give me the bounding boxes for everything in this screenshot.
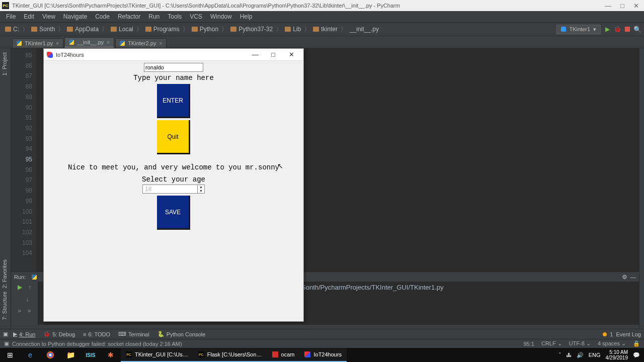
menu-navigate[interactable]: Navigate <box>59 12 91 21</box>
folder-icon <box>31 27 37 32</box>
volume-icon[interactable]: 🔊 <box>577 352 584 358</box>
windows-taskbar: ⊞ e 📁 ISIS ✱ PCTKinter_GUI [C:\Us… PCFla… <box>0 348 644 362</box>
left-toolstrip: 1: Project 7: Structure 2: Favorites <box>0 48 11 339</box>
folder-icon <box>111 27 117 32</box>
breadcrumb[interactable]: __init__.py <box>348 26 381 33</box>
tkinter-titlebar[interactable]: IoT24hours — □ ✕ <box>44 49 303 61</box>
breadcrumb[interactable]: Lib <box>283 26 303 33</box>
language-indicator[interactable]: ENG <box>589 352 601 358</box>
breadcrumb[interactable]: AppData <box>65 26 101 33</box>
tkinter-title: IoT24hours <box>56 52 84 58</box>
pycharm-icon: PC <box>2 2 9 9</box>
start-button[interactable]: ⊞ <box>0 348 20 362</box>
explorer-icon[interactable]: 📁 <box>60 348 80 362</box>
app-icon[interactable]: ISIS <box>80 348 101 362</box>
close-icon[interactable]: × <box>56 41 59 46</box>
menu-file[interactable]: File <box>2 12 20 21</box>
editor-tabs: TKinter1.py× __init__.py× TKinter2.py× <box>0 36 644 48</box>
notifications-icon[interactable]: 💬 <box>633 352 640 358</box>
structure-toolwindow-tab[interactable]: 7: Structure 2: Favorites <box>0 255 9 324</box>
breadcrumb[interactable]: Programs <box>143 26 182 33</box>
menu-run[interactable]: Run <box>144 12 164 21</box>
encoding[interactable]: UTF-8 <box>569 340 585 346</box>
event-log-button[interactable]: Event Log <box>616 331 641 337</box>
menu-help[interactable]: Help <box>236 12 257 21</box>
minimize-panel-icon[interactable]: — <box>630 274 636 280</box>
run-config-selector[interactable]: TKinter1 ▾ <box>556 25 601 34</box>
gutter: 8586878889909192939495969798991001011021… <box>11 48 36 272</box>
spin-up-icon[interactable]: ▲ <box>198 185 204 189</box>
breadcrumb[interactable]: C: <box>3 26 21 33</box>
window-maximize-icon[interactable]: □ <box>620 2 624 10</box>
more-icon[interactable]: » <box>18 307 21 314</box>
enter-button[interactable]: ENTER <box>157 84 190 118</box>
breadcrumb[interactable]: Local <box>109 26 135 33</box>
name-label: Type your name here <box>133 74 214 82</box>
menu-tools[interactable]: Tools <box>164 12 186 21</box>
search-icon[interactable]: 🔍 <box>634 26 641 33</box>
breadcrumb-toolbar: C:〉 Sonth〉 AppData〉 Local〉 Programs〉 Pyt… <box>0 22 644 36</box>
window-minimize-icon[interactable]: — <box>605 2 611 10</box>
age-spinbox[interactable]: 18 ▲▼ <box>142 185 205 194</box>
task-ocam[interactable]: ocam <box>267 348 300 362</box>
toolwin-debug[interactable]: 🐞 5: Debug <box>40 331 78 337</box>
menu-refactor[interactable]: Refactor <box>114 12 144 21</box>
network-icon[interactable]: 🖧 <box>566 352 572 358</box>
more2-icon[interactable]: » <box>28 307 31 314</box>
python-icon <box>561 27 566 32</box>
folder-icon <box>145 27 151 32</box>
indent[interactable]: 4 spaces <box>598 340 620 346</box>
close-icon[interactable]: × <box>107 40 110 45</box>
name-input[interactable] <box>144 63 203 72</box>
toolwin-run[interactable]: ▶ 4: Run <box>10 331 38 337</box>
task-pycharm[interactable]: PCTKinter_GUI [C:\Us… <box>121 348 193 362</box>
step-up-icon[interactable]: ↑ <box>28 284 32 291</box>
breadcrumb[interactable]: Python37-32 <box>228 26 275 33</box>
window-close-icon[interactable]: ✕ <box>633 2 639 10</box>
tray-chevron-icon[interactable]: ˆ <box>559 352 561 358</box>
toolwindows-toggle-icon[interactable]: ▣ <box>3 331 8 337</box>
app-icon[interactable]: ✱ <box>101 348 121 362</box>
menu-edit[interactable]: Edit <box>20 12 38 21</box>
tool-windows-bar: ▣ ▶ 4: Run 🐞 5: Debug ≡ 6: TODO ⌨ Termin… <box>0 329 644 339</box>
breadcrumb[interactable]: Python <box>190 26 220 33</box>
spin-down-icon[interactable]: ▼ <box>198 189 204 193</box>
breadcrumb[interactable]: tkinter <box>311 26 340 33</box>
tab-tkinter2[interactable]: TKinter2.py× <box>115 38 167 48</box>
rerun-icon[interactable]: ▶ <box>18 284 22 291</box>
tk-maximize-icon[interactable]: □ <box>264 51 282 58</box>
task-flask[interactable]: PCFlask [C:\Users\Son… <box>193 348 267 362</box>
menu-code[interactable]: Code <box>91 12 114 21</box>
quit-button[interactable]: Quit <box>157 120 190 154</box>
tkinter-feather-icon <box>47 52 53 58</box>
age-value: 18 <box>143 186 197 193</box>
lock-icon[interactable]: 🔒 <box>633 340 640 347</box>
tk-close-icon[interactable]: ✕ <box>282 51 300 58</box>
tk-minimize-icon[interactable]: — <box>246 51 264 58</box>
menu-view[interactable]: View <box>38 12 59 21</box>
python-file-icon <box>17 41 22 46</box>
tab-tkinter1[interactable]: TKinter1.py× <box>12 38 63 48</box>
stop-button-icon[interactable] <box>624 26 631 33</box>
chrome-icon[interactable] <box>40 348 60 362</box>
toolwin-todo[interactable]: ≡ 6: TODO <box>80 331 113 337</box>
toolwin-pyconsole[interactable]: 🐍 Python Console <box>154 331 209 337</box>
project-toolwindow-tab[interactable]: 1: Project <box>0 48 9 79</box>
close-icon[interactable]: × <box>159 41 162 46</box>
step-down-icon[interactable]: ↓ <box>26 295 29 303</box>
run-button-icon[interactable]: ▶ <box>604 26 611 33</box>
task-iot24hours[interactable]: IoT24hours <box>299 348 347 362</box>
tab-init[interactable]: __init__.py× <box>64 37 114 48</box>
toolwin-terminal[interactable]: ⌨ Terminal <box>115 331 152 337</box>
gear-icon[interactable]: ⚙ <box>622 274 627 281</box>
menu-window[interactable]: Window <box>206 12 236 21</box>
line-separator[interactable]: CRLF <box>541 340 556 346</box>
debug-button-icon[interactable]: 🐞 <box>614 26 621 33</box>
save-button[interactable]: SAVE <box>157 196 190 230</box>
edge-icon[interactable]: e <box>20 348 40 362</box>
menu-vcs[interactable]: VCS <box>186 12 206 21</box>
toolwindows-icon[interactable]: ▣ <box>4 340 9 347</box>
breadcrumb[interactable]: Sonth <box>29 26 57 33</box>
caret-position[interactable]: 95:1 <box>523 341 534 347</box>
clock[interactable]: 5:10 AM 4/29/2019 <box>606 349 628 360</box>
